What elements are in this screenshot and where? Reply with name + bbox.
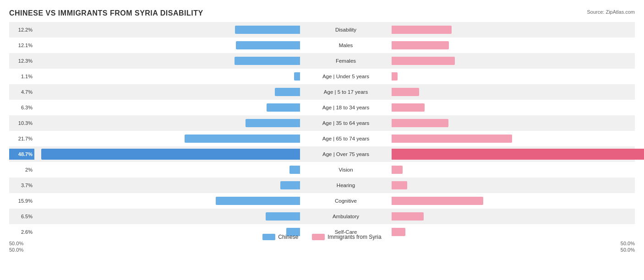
chinese-swatch (262, 234, 275, 240)
right-bar (392, 26, 452, 34)
right-bar-area (392, 103, 644, 112)
right-bar-area (392, 149, 644, 160)
left-value: 4.7% (9, 89, 34, 95)
legend-syria: Immigrants from Syria (312, 234, 381, 240)
left-bar-area (34, 197, 300, 205)
axis-labels: 50.0% 50.0% (9, 247, 635, 253)
left-bar-area (34, 103, 300, 112)
bar-row: 4.7% Age | 5 to 17 years 5.2% (9, 84, 635, 100)
right-bar (392, 135, 512, 143)
chart-area: 12.2% Disability 11.3% 12.1% Males 10.8%… (9, 22, 635, 242)
row-label: Age | 35 to 64 years (300, 120, 392, 126)
left-value: 1.1% (9, 74, 34, 79)
row-label: Females (300, 58, 392, 64)
right-bar (392, 72, 398, 81)
left-value: 12.1% (9, 43, 34, 48)
left-value: 12.3% (9, 58, 34, 64)
axis-left: 50.0% (9, 247, 23, 253)
right-bar (392, 88, 419, 96)
row-label: Age | 18 to 34 years (300, 105, 392, 110)
row-label: Vision (300, 167, 392, 172)
left-bar (266, 212, 300, 221)
bar-row: 12.3% Females 11.9% (9, 53, 635, 69)
right-bar-area (392, 181, 644, 189)
bar-row: 12.1% Males 10.8% (9, 38, 635, 53)
left-value: 12.2% (9, 27, 34, 32)
left-bar-area (34, 212, 300, 221)
left-bar-area (34, 26, 300, 34)
bar-row: 6.3% Age | 18 to 34 years 6.2% (9, 100, 635, 115)
left-bar (235, 57, 300, 65)
right-bar (392, 197, 483, 205)
chart-container: CHINESE VS IMMIGRANTS FROM SYRIA DISABIL… (0, 0, 644, 280)
right-bar (392, 181, 407, 189)
right-bar (392, 41, 449, 49)
syria-label: Immigrants from Syria (327, 234, 381, 240)
left-bar-area (34, 135, 300, 143)
chart-title: CHINESE VS IMMIGRANTS FROM SYRIA DISABIL… (9, 9, 635, 17)
left-bar-area (34, 166, 300, 174)
chinese-label: Chinese (278, 234, 298, 240)
right-bar (392, 166, 403, 174)
bar-row: 6.5% Ambulatory 6% (9, 209, 635, 224)
left-bar (289, 166, 300, 174)
left-value: 15.9% (9, 198, 34, 204)
right-bar-area (392, 88, 644, 96)
row-label: Disability (300, 27, 392, 32)
source-label: Source: ZipAtlas.com (587, 9, 635, 15)
axis-left-label: 50.0% (9, 241, 23, 246)
left-bar-area (34, 149, 300, 160)
axis-row: 50.0% 50.0% (9, 240, 635, 247)
right-bar-area (392, 119, 644, 127)
right-bar-area (392, 72, 644, 81)
bar-row: 2% Vision 2.1% (9, 162, 635, 178)
row-label: Age | 5 to 17 years (300, 89, 392, 95)
left-bar (235, 26, 300, 34)
left-bar (185, 135, 300, 143)
right-bar (392, 119, 448, 127)
left-bar (275, 88, 300, 96)
left-bar-area (34, 72, 300, 81)
right-bar-area (392, 41, 644, 49)
right-bar-area (392, 212, 644, 221)
row-label: Age | 65 to 74 years (300, 136, 392, 141)
left-value: 48.7% (9, 149, 34, 160)
row-label: Males (300, 43, 392, 48)
left-bar (280, 181, 300, 189)
right-bar-area (392, 57, 644, 65)
legend: Chinese Immigrants from Syria (9, 234, 635, 240)
row-label: Age | Under 5 years (300, 74, 392, 79)
bars-wrapper: 12.2% Disability 11.3% 12.1% Males 10.8%… (9, 22, 635, 247)
axis-right-label: 50.0% (621, 241, 635, 246)
left-value: 6.5% (9, 214, 34, 219)
bar-row: 15.9% Cognitive 17.2% (9, 193, 635, 209)
left-bar (41, 149, 300, 160)
left-bar (216, 197, 300, 205)
bar-row: 10.3% Age | 35 to 64 years 10.7% (9, 115, 635, 131)
left-bar (294, 72, 300, 81)
bar-row: 1.1% Age | Under 5 years 1.1% (9, 69, 635, 84)
left-bar-area (34, 88, 300, 96)
legend-chinese: Chinese (262, 234, 298, 240)
left-value: 21.7% (9, 136, 34, 141)
syria-swatch (312, 234, 325, 240)
row-label: Hearing (300, 183, 392, 188)
right-bar-area (392, 166, 644, 174)
left-value: 3.7% (9, 183, 34, 188)
left-bar-area (34, 41, 300, 49)
left-bar-area (34, 119, 300, 127)
bar-row: 48.7% Age | Over 75 years 47.8% (9, 146, 635, 162)
row-label: Age | Over 75 years (300, 151, 392, 157)
left-bar (236, 41, 300, 49)
right-bar (392, 57, 455, 65)
left-value: 10.3% (9, 120, 34, 126)
axis-right: 50.0% (621, 247, 635, 253)
bar-row: 3.7% Hearing 2.9% (9, 178, 635, 193)
row-label: Cognitive (300, 198, 392, 204)
row-label: Self-Care (300, 229, 392, 235)
right-bar-area (392, 197, 644, 205)
right-bar (392, 149, 644, 160)
right-bar-area (392, 135, 644, 143)
row-label: Ambulatory (300, 214, 392, 219)
left-value: 6.3% (9, 105, 34, 110)
